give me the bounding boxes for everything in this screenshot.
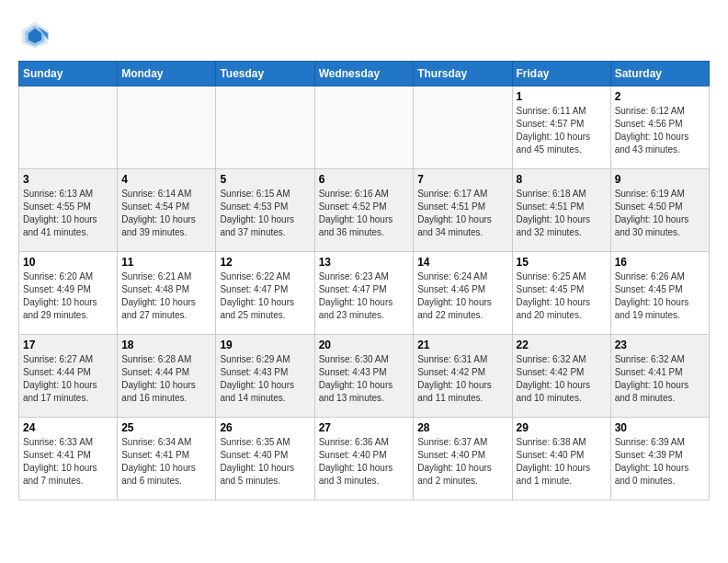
day-number: 17 — [23, 339, 113, 351]
day-number: 27 — [319, 421, 410, 434]
calendar-cell — [118, 86, 216, 169]
day-number: 29 — [517, 421, 607, 434]
day-info: Sunrise: 6:32 AM Sunset: 4:42 PM Dayligh… — [517, 353, 607, 405]
day-info: Sunrise: 6:21 AM Sunset: 4:48 PM Dayligh… — [121, 270, 211, 322]
day-info: Sunrise: 6:34 AM Sunset: 4:41 PM Dayligh… — [121, 436, 211, 488]
calendar-header-row: SundayMondayTuesdayWednesdayThursdayFrid… — [19, 62, 710, 86]
calendar-cell: 16Sunrise: 6:26 AM Sunset: 4:45 PM Dayli… — [610, 252, 709, 335]
calendar-week-row: 1Sunrise: 6:11 AM Sunset: 4:57 PM Daylig… — [19, 86, 710, 169]
day-number: 9 — [615, 173, 705, 186]
calendar-cell: 14Sunrise: 6:24 AM Sunset: 4:46 PM Dayli… — [414, 252, 512, 335]
day-info: Sunrise: 6:33 AM Sunset: 4:41 PM Dayligh… — [23, 436, 113, 488]
calendar-cell: 5Sunrise: 6:15 AM Sunset: 4:53 PM Daylig… — [216, 169, 314, 252]
day-number: 5 — [220, 173, 310, 186]
day-info: Sunrise: 6:26 AM Sunset: 4:45 PM Dayligh… — [615, 270, 705, 322]
calendar-cell: 4Sunrise: 6:14 AM Sunset: 4:54 PM Daylig… — [118, 169, 216, 252]
day-number: 10 — [23, 256, 113, 269]
day-number: 8 — [517, 173, 607, 186]
calendar-cell: 22Sunrise: 6:32 AM Sunset: 4:42 PM Dayli… — [512, 335, 610, 418]
calendar-cell: 30Sunrise: 6:39 AM Sunset: 4:39 PM Dayli… — [610, 418, 709, 500]
day-number: 19 — [220, 339, 310, 351]
day-info: Sunrise: 6:29 AM Sunset: 4:43 PM Dayligh… — [220, 353, 310, 405]
day-number: 22 — [517, 339, 607, 351]
day-info: Sunrise: 6:15 AM Sunset: 4:53 PM Dayligh… — [220, 188, 310, 239]
header-monday: Monday — [118, 62, 216, 86]
header-tuesday: Tuesday — [216, 62, 314, 86]
calendar-cell — [216, 86, 314, 169]
day-number: 7 — [417, 173, 507, 186]
day-info: Sunrise: 6:17 AM Sunset: 4:51 PM Dayligh… — [417, 188, 507, 239]
day-number: 3 — [23, 173, 113, 186]
day-info: Sunrise: 6:11 AM Sunset: 4:57 PM Dayligh… — [517, 105, 607, 156]
day-number: 25 — [121, 421, 211, 434]
header-friday: Friday — [512, 62, 610, 86]
day-number: 26 — [220, 421, 310, 434]
calendar-cell: 17Sunrise: 6:27 AM Sunset: 4:44 PM Dayli… — [19, 335, 118, 418]
day-info: Sunrise: 6:37 AM Sunset: 4:40 PM Dayligh… — [417, 436, 507, 488]
calendar-cell: 11Sunrise: 6:21 AM Sunset: 4:48 PM Dayli… — [118, 252, 216, 335]
day-info: Sunrise: 6:31 AM Sunset: 4:42 PM Dayligh… — [417, 353, 507, 405]
day-number: 18 — [121, 339, 211, 351]
header-sunday: Sunday — [19, 62, 118, 86]
calendar-week-row: 3Sunrise: 6:13 AM Sunset: 4:55 PM Daylig… — [19, 169, 710, 252]
day-number: 6 — [319, 173, 410, 186]
day-number: 4 — [121, 173, 211, 186]
calendar-cell: 12Sunrise: 6:22 AM Sunset: 4:47 PM Dayli… — [216, 252, 314, 335]
day-number: 30 — [615, 421, 705, 434]
day-info: Sunrise: 6:23 AM Sunset: 4:47 PM Dayligh… — [319, 270, 410, 322]
header-thursday: Thursday — [414, 62, 512, 86]
day-number: 23 — [615, 339, 705, 351]
day-info: Sunrise: 6:25 AM Sunset: 4:45 PM Dayligh… — [517, 270, 607, 322]
calendar-cell: 10Sunrise: 6:20 AM Sunset: 4:49 PM Dayli… — [19, 252, 118, 335]
day-info: Sunrise: 6:16 AM Sunset: 4:52 PM Dayligh… — [319, 188, 410, 239]
day-info: Sunrise: 6:22 AM Sunset: 4:47 PM Dayligh… — [220, 270, 310, 322]
calendar-week-row: 10Sunrise: 6:20 AM Sunset: 4:49 PM Dayli… — [19, 252, 710, 335]
day-info: Sunrise: 6:18 AM Sunset: 4:51 PM Dayligh… — [517, 188, 607, 239]
day-number: 14 — [417, 256, 507, 269]
day-info: Sunrise: 6:12 AM Sunset: 4:56 PM Dayligh… — [615, 105, 705, 156]
calendar-cell: 24Sunrise: 6:33 AM Sunset: 4:41 PM Dayli… — [19, 418, 118, 500]
calendar-cell: 26Sunrise: 6:35 AM Sunset: 4:40 PM Dayli… — [216, 418, 314, 500]
calendar-cell: 21Sunrise: 6:31 AM Sunset: 4:42 PM Dayli… — [414, 335, 512, 418]
calendar-cell — [314, 86, 414, 169]
calendar-cell: 13Sunrise: 6:23 AM Sunset: 4:47 PM Dayli… — [314, 252, 414, 335]
day-number: 12 — [220, 256, 310, 269]
day-info: Sunrise: 6:13 AM Sunset: 4:55 PM Dayligh… — [23, 188, 113, 239]
day-number: 13 — [319, 256, 410, 269]
day-info: Sunrise: 6:30 AM Sunset: 4:43 PM Dayligh… — [319, 353, 410, 405]
calendar-cell: 2Sunrise: 6:12 AM Sunset: 4:56 PM Daylig… — [610, 86, 709, 169]
calendar-cell: 19Sunrise: 6:29 AM Sunset: 4:43 PM Dayli… — [216, 335, 314, 418]
logo-icon — [18, 18, 51, 52]
calendar-cell: 9Sunrise: 6:19 AM Sunset: 4:50 PM Daylig… — [610, 169, 709, 252]
day-number: 1 — [517, 90, 607, 103]
day-info: Sunrise: 6:36 AM Sunset: 4:40 PM Dayligh… — [319, 436, 410, 488]
calendar-cell: 1Sunrise: 6:11 AM Sunset: 4:57 PM Daylig… — [512, 86, 610, 169]
calendar-cell: 27Sunrise: 6:36 AM Sunset: 4:40 PM Dayli… — [314, 418, 414, 500]
calendar-cell: 15Sunrise: 6:25 AM Sunset: 4:45 PM Dayli… — [512, 252, 610, 335]
calendar: SundayMondayTuesdayWednesdayThursdayFrid… — [18, 61, 710, 500]
day-info: Sunrise: 6:27 AM Sunset: 4:44 PM Dayligh… — [23, 353, 113, 405]
day-number: 15 — [517, 256, 607, 269]
header — [18, 18, 710, 52]
day-info: Sunrise: 6:20 AM Sunset: 4:49 PM Dayligh… — [23, 270, 113, 322]
day-info: Sunrise: 6:28 AM Sunset: 4:44 PM Dayligh… — [121, 353, 211, 405]
calendar-cell: 18Sunrise: 6:28 AM Sunset: 4:44 PM Dayli… — [118, 335, 216, 418]
day-number: 28 — [417, 421, 507, 434]
day-number: 2 — [615, 90, 705, 103]
day-number: 20 — [319, 339, 410, 351]
calendar-week-row: 17Sunrise: 6:27 AM Sunset: 4:44 PM Dayli… — [19, 335, 710, 418]
calendar-cell: 20Sunrise: 6:30 AM Sunset: 4:43 PM Dayli… — [314, 335, 414, 418]
day-info: Sunrise: 6:14 AM Sunset: 4:54 PM Dayligh… — [121, 188, 211, 239]
day-number: 24 — [23, 421, 113, 434]
day-info: Sunrise: 6:19 AM Sunset: 4:50 PM Dayligh… — [615, 188, 705, 239]
calendar-cell: 3Sunrise: 6:13 AM Sunset: 4:55 PM Daylig… — [19, 169, 118, 252]
calendar-cell: 23Sunrise: 6:32 AM Sunset: 4:41 PM Dayli… — [610, 335, 709, 418]
calendar-cell: 29Sunrise: 6:38 AM Sunset: 4:40 PM Dayli… — [512, 418, 610, 500]
day-info: Sunrise: 6:32 AM Sunset: 4:41 PM Dayligh… — [615, 353, 705, 405]
day-number: 11 — [121, 256, 211, 269]
day-info: Sunrise: 6:35 AM Sunset: 4:40 PM Dayligh… — [220, 436, 310, 488]
day-info: Sunrise: 6:38 AM Sunset: 4:40 PM Dayligh… — [517, 436, 607, 488]
calendar-cell: 6Sunrise: 6:16 AM Sunset: 4:52 PM Daylig… — [314, 169, 414, 252]
header-saturday: Saturday — [610, 62, 709, 86]
day-info: Sunrise: 6:39 AM Sunset: 4:39 PM Dayligh… — [615, 436, 705, 488]
